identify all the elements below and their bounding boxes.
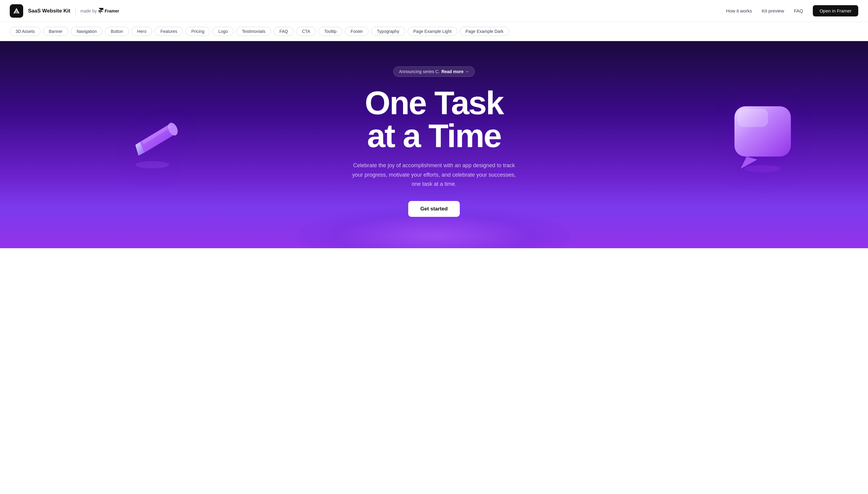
- filter-footer[interactable]: Footer: [345, 27, 368, 36]
- read-more-link[interactable]: Read more →: [441, 69, 469, 74]
- nav-faq[interactable]: FAQ: [794, 8, 803, 13]
- filter-pricing[interactable]: Pricing: [185, 27, 210, 36]
- megaphone-icon: [122, 109, 183, 172]
- filter-page-dark[interactable]: Page Example Dark: [460, 27, 509, 36]
- chat-bubble-icon: [728, 103, 798, 176]
- framer-logo: Framer: [98, 8, 119, 14]
- filter-features[interactable]: Features: [155, 27, 183, 36]
- filter-navigation[interactable]: Navigation: [71, 27, 103, 36]
- filter-banner[interactable]: Banner: [43, 27, 68, 36]
- hero-subtitle: Celebrate the joy of accomplishment with…: [349, 161, 520, 189]
- hero-title: One Task at a Time: [365, 87, 503, 152]
- hero-cta-button[interactable]: Get started: [408, 201, 460, 217]
- app-logo: [10, 4, 23, 18]
- nav-kit-preview[interactable]: Kit preview: [762, 8, 784, 13]
- svg-point-3: [135, 161, 169, 168]
- filter-page-light[interactable]: Page Example Light: [408, 27, 457, 36]
- top-nav: SaaS Website Kit made by Framer How it w…: [0, 0, 868, 22]
- nav-left: SaaS Website Kit made by Framer: [10, 4, 119, 18]
- filter-hero[interactable]: Hero: [131, 27, 152, 36]
- filter-3d-assets[interactable]: 3D Assets: [10, 27, 40, 36]
- filter-cta[interactable]: CTA: [296, 27, 316, 36]
- svg-point-6: [744, 165, 781, 172]
- made-by-label: made by Framer: [80, 8, 119, 14]
- filter-button[interactable]: Button: [105, 27, 129, 36]
- filter-bar: 3D Assets Banner Navigation Button Hero …: [0, 22, 868, 41]
- filter-logo[interactable]: Logo: [213, 27, 234, 36]
- nav-right: How it works Kit preview FAQ Open in Fra…: [726, 5, 858, 16]
- svg-rect-5: [738, 109, 768, 127]
- filter-typography[interactable]: Typography: [371, 27, 405, 36]
- app-title: SaaS Website Kit: [28, 8, 70, 14]
- hero-section: Announcing series C. Read more → One Tas…: [0, 41, 868, 248]
- filter-tooltip[interactable]: Tooltip: [318, 27, 342, 36]
- nav-divider: [75, 7, 76, 15]
- nav-how-it-works[interactable]: How it works: [726, 8, 752, 13]
- open-framer-button[interactable]: Open in Framer: [813, 5, 858, 16]
- filter-faq[interactable]: FAQ: [273, 27, 294, 36]
- announce-badge[interactable]: Announcing series C. Read more →: [393, 66, 475, 77]
- filter-testimonials[interactable]: Testimonials: [236, 27, 271, 36]
